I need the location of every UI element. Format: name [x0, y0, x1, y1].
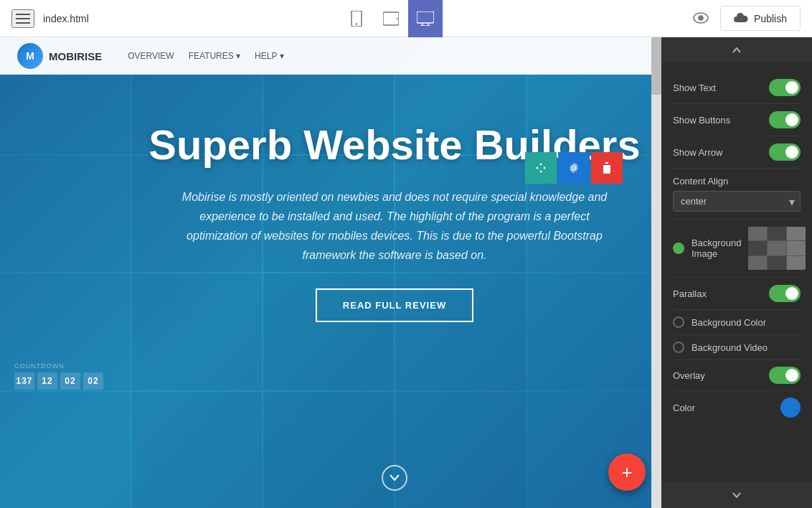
mobile-device-button[interactable]: [339, 0, 374, 37]
filename-label: index.html: [43, 13, 89, 24]
section-action-buttons: [525, 152, 623, 184]
nav-link-overview: OVERVIEW: [128, 51, 174, 61]
topbar-left: index.html: [11, 9, 89, 28]
device-switcher: [339, 0, 443, 37]
main-area: M MOBIRISE OVERVIEW FEATURES ▾ HELP ▾ DO…: [0, 37, 812, 508]
add-section-button[interactable]: +: [608, 453, 646, 491]
show-text-label: Show Text: [673, 83, 716, 93]
hamburger-menu-button[interactable]: [11, 9, 34, 28]
background-video-label: Background Video: [691, 342, 768, 353]
preview-nav-links: OVERVIEW FEATURES ▾ HELP ▾: [128, 51, 283, 61]
svg-point-1: [356, 23, 357, 24]
settings-section-button[interactable]: [558, 152, 590, 184]
background-image-thumbnail[interactable]: [748, 227, 806, 270]
background-color-label: Background Color: [691, 317, 766, 328]
show-buttons-label: Show Buttons: [673, 115, 730, 126]
show-arrow-toggle[interactable]: [769, 144, 801, 161]
parallax-row: Parallax: [673, 278, 801, 310]
overlay-row: Overlay: [673, 360, 801, 391]
panel-scroll-down-button[interactable]: [661, 482, 812, 508]
publish-button[interactable]: Publish: [720, 6, 801, 31]
countdown-label: COUNTDOWN: [14, 362, 65, 370]
background-color-radio[interactable]: [673, 316, 684, 328]
show-buttons-row: Show Buttons: [673, 104, 801, 136]
add-section-icon: +: [621, 461, 632, 484]
content-align-label: Content Align: [673, 176, 801, 187]
background-video-radio[interactable]: [673, 342, 684, 353]
settings-panel: Show Text Show Buttons Show Arrow Conten…: [661, 37, 812, 508]
show-text-row: Show Text: [673, 72, 801, 104]
show-arrow-row: Show Arrow: [673, 136, 801, 169]
color-row: Color: [673, 391, 801, 424]
countdown-days: 137: [14, 372, 34, 390]
color-label: Color: [673, 403, 695, 413]
topbar: index.html: [0, 0, 812, 37]
svg-rect-4: [417, 11, 434, 23]
preview-logo-text: MOBIRISE: [49, 50, 102, 62]
show-buttons-toggle[interactable]: [769, 111, 801, 128]
scrollbar-thumb[interactable]: [651, 37, 661, 95]
hero-subtitle: Mobirise is mostly oriented on newbies a…: [179, 187, 610, 265]
parallax-toggle[interactable]: [769, 285, 801, 302]
nav-link-help: HELP ▾: [255, 51, 283, 61]
countdown-boxes: 137 12 02 02: [14, 372, 103, 390]
svg-point-9: [699, 16, 703, 20]
countdown-minutes: 02: [60, 372, 80, 390]
overlay-label: Overlay: [673, 370, 705, 381]
svg-point-3: [396, 18, 397, 19]
publish-label: Publish: [754, 13, 787, 24]
panel-scroll-up-button[interactable]: [661, 37, 812, 63]
move-section-button[interactable]: [525, 152, 557, 184]
background-image-label: Background Image: [691, 237, 741, 259]
content-align-select-wrapper: center left right: [673, 191, 801, 212]
background-image-radio[interactable]: [673, 243, 684, 254]
content-align-select[interactable]: center left right: [673, 191, 801, 212]
countdown-hours: 12: [37, 372, 57, 390]
background-video-row: Background Video: [673, 335, 801, 360]
content-align-row: Content Align center left right: [673, 169, 801, 220]
countdown-section: COUNTDOWN 137 12 02 02: [14, 362, 103, 390]
topbar-right: Publish: [693, 6, 801, 31]
scrollbar[interactable]: [651, 37, 661, 508]
show-arrow-label: Show Arrow: [673, 147, 722, 158]
preview-logo: M MOBIRISE: [17, 43, 102, 69]
color-swatch[interactable]: [780, 398, 801, 418]
panel-content: Show Text Show Buttons Show Arrow Conten…: [661, 63, 812, 482]
hero-cta-button[interactable]: READ FULL REVIEW: [316, 288, 473, 322]
tablet-device-button[interactable]: [374, 0, 408, 37]
preview-button[interactable]: [693, 9, 709, 28]
countdown-seconds: 02: [83, 372, 103, 390]
parallax-label: Parallax: [673, 288, 707, 299]
show-text-toggle[interactable]: [769, 79, 801, 96]
delete-section-button[interactable]: [591, 152, 623, 184]
overlay-toggle[interactable]: [769, 367, 801, 384]
cloud-icon: [734, 11, 748, 26]
desktop-device-button[interactable]: [408, 0, 443, 37]
preview-logo-icon: M: [17, 43, 43, 69]
background-image-row: Background Image: [673, 220, 801, 278]
scroll-arrow[interactable]: [382, 465, 407, 491]
background-color-row: Background Color: [673, 310, 801, 335]
nav-link-features: FEATURES ▾: [189, 51, 240, 61]
